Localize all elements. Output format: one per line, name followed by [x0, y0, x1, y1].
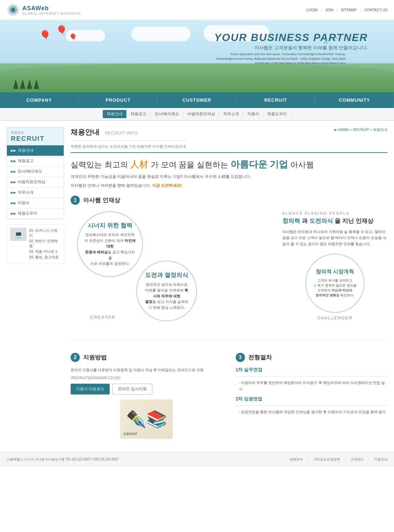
main-nav: COMPANY PRODUCT CUSTOMER RECRUIT COMMUNI… — [0, 92, 394, 108]
header: ASAWeb GLOBAL INTERNET BUSINESS LOGIN | … — [0, 0, 394, 20]
main-content: 채용안내 RECRUIT INFO 무한한 창의력과 넘치는 도전의식을 가진 … — [71, 127, 387, 439]
circle1-title: 시너지 위한 협력 — [88, 222, 132, 229]
page-title: 채용안내 RECRUIT INFO — [71, 127, 186, 137]
join-link[interactable]: JOIN — [325, 8, 333, 12]
career-magazine-image: career ✒️📚 — [120, 399, 173, 439]
arrow-icon: ▶▶ — [11, 149, 16, 152]
arrow-icon: ▶▶ — [11, 212, 16, 215]
contact-link[interactable]: CONTACT US — [364, 8, 388, 12]
nav-customer[interactable]: CUSTOMER — [158, 92, 236, 108]
sidebar-item-apply[interactable]: ▶▶ 지원서 — [7, 198, 64, 208]
footer-link-support[interactable]: 고객센터 — [350, 457, 363, 462]
breadcrumb-area: 채용안내 RECRUIT INFO 무한한 창의력과 넘치는 도전의식을 가진 … — [71, 127, 387, 153]
cloud2 — [131, 27, 190, 41]
nav-recruit[interactable]: RECRUIT — [236, 92, 315, 108]
logo-icon — [7, 3, 20, 16]
sidebar: 채용정보 RECRUIT ▶▶ 채용안내 ▶▶ 채용공고 ▶▶ 인사/복지제도 … — [7, 127, 64, 439]
login-link[interactable]: LOGIN — [306, 8, 317, 12]
sidebar-link-4[interactable]: 04. 홍보, 광고자료 — [29, 254, 60, 260]
sidebar-item-recruit-jobs[interactable]: ▶▶ 채용공고 — [7, 156, 64, 166]
page-title-area: 채용안내 RECRUIT INFO 무한한 창의력과 넘치는 도전의식을 가진 … — [71, 127, 186, 149]
section2-email: (RECRUIT@ASAWEB.CO.KR) — [71, 376, 223, 380]
bottom-sections: 2 지원방법 온라인 지원서를 다운받아 지원항목 및 지원서 작성 후 이메일… — [71, 339, 387, 439]
sidebar-menu: ▶▶ 채용안내 ▶▶ 채용공고 ▶▶ 인사/복지제도 ▶▶ 바람직한인재상 ▶▶… — [7, 145, 64, 219]
balloon2: 🎈 — [56, 25, 67, 36]
section2-image: career ✒️📚 — [71, 399, 223, 439]
arrow-icon: ▶▶ — [11, 201, 16, 205]
sub-nav-tips[interactable]: 채용도우미 — [263, 110, 291, 118]
sub-nav-dept[interactable]: 직무소개 — [219, 110, 243, 118]
hero-desc: home registration and free web space. Fo… — [214, 52, 345, 66]
sidebar-item-welfare[interactable]: ▶▶ 인사/복지제도 — [7, 166, 64, 177]
circles-layout: 시너지 위한 협력 정보화시대의 조직과 개인직무의 전문성이 근본이 되어 타… — [71, 211, 387, 330]
footer-links: 제휴문의 | 개인정보보호정책 | 고객센터 | 이용안내 — [290, 457, 387, 462]
section2-title: 지원방법 — [83, 353, 107, 361]
circle-challenger: 창의적 시장개척 고객의 욕구를 파악하고그 욕구 충족에 필요한 방안을모색하… — [305, 254, 364, 313]
arrow-icon: ▶▶ — [11, 159, 16, 163]
balloon1: 🎈 — [39, 30, 51, 41]
circle2-body: 창의적인 생각과 의욕으로 미래를 열어갈 인재로써 회사와 직무에 대한열정을… — [143, 282, 190, 311]
step1-title: 1차 실무면접 — [236, 367, 388, 373]
circles-right: ALWAYS PLANING PEOPLE 창의력 과 도전의식 을 지닌 인재… — [282, 211, 387, 330]
step2-title: 2차 임원면접 — [236, 396, 388, 402]
cta-link[interactable]: 지금 도전하세요! — [152, 183, 182, 188]
logo-text: ASAWeb GLOBAL INTERNET BUSINESS — [22, 5, 81, 15]
section3-num: 3 — [236, 353, 245, 362]
section3-title: 전형절차 — [248, 353, 272, 361]
section1-header: 1 아사웹 인재상 — [71, 196, 387, 205]
footer-link-guide[interactable]: 이용안내 — [374, 457, 387, 462]
download-button[interactable]: 지원서 다운로드 — [71, 384, 110, 394]
nav-product[interactable]: PRODUCT — [79, 92, 158, 108]
sidebar-item-dept[interactable]: ▶▶ 직무소개 — [7, 187, 64, 198]
circle-passion: 도전과 열정의식 창의적인 생각과 의욕으로 미래를 열어갈 인재로써 회사와 … — [136, 261, 197, 321]
sidebar-link-1[interactable]: 01. 비즈니스 스토리 — [29, 228, 60, 238]
step2-body: - 임원면접을 통한 아사웹에 적당한 인재상을 평가한 후 지원자의 가치관과… — [236, 409, 388, 415]
section2-desc: 온라인 지원서를 다운받아 지원항목 및 지원서 작성 후 이메일또는 온라인으… — [71, 367, 223, 373]
sidebar-header: 채용정보 RECRUIT — [7, 127, 64, 145]
svg-point-2 — [11, 8, 15, 12]
tree2 — [20, 79, 25, 89]
recruit-subtext1: 개개인의 무한한 가능성을 이끌어내어 꿈을 현실로 이루는 기업!! 아사웹에… — [71, 173, 387, 181]
content-wrapper: 채용정보 RECRUIT ▶▶ 채용안내 ▶▶ 채용공고 ▶▶ 인사/복지제도 … — [0, 121, 394, 445]
always-section: ALWAYS PLANING PEOPLE 창의력 과 도전의식 을 지닌 인재… — [282, 211, 387, 320]
trees — [13, 79, 39, 89]
sub-nav-apply[interactable]: 지원서 — [243, 110, 263, 118]
label-challenger: CHALLENGER — [282, 315, 387, 320]
sidebar-link-2[interactable]: 02. 하반기 인재채용 — [29, 238, 60, 249]
circle1-body: 정보화시대의 조직과 개인직무의 전문성이 근본이 되어 타인에 대한존중과 배… — [84, 232, 136, 267]
sidebar-item-tips[interactable]: ▶▶ 채용도우미 — [7, 208, 64, 219]
section1-num: 1 — [71, 196, 80, 205]
logo-name: ASAWeb — [22, 5, 81, 12]
arrow-icon: ▶▶ — [11, 191, 16, 194]
sidebar-label: 인사/복지제도 — [18, 169, 42, 174]
sidebar-label: 채용안내 — [18, 148, 33, 153]
page-subtitle: RECRUIT INFO — [105, 130, 137, 136]
sidebar-link-3[interactable]: 03. 제품 카다로그 — [29, 249, 60, 254]
label-creator: CREATOR — [90, 315, 115, 320]
balloon3: 🎈 — [69, 33, 77, 41]
sub-nav-recruit-jobs[interactable]: 채용공고 — [127, 110, 151, 118]
always-title: 창의력 과 도전의식 을 지닌 인재상 — [282, 217, 387, 225]
btn-group: 지원서 다운로드 온라인 입사지원 — [71, 384, 223, 394]
sitemap-link[interactable]: SITEMAP — [341, 8, 357, 12]
sub-nav-talent[interactable]: 바람직한인재상 — [184, 110, 219, 118]
nav-company[interactable]: COMPANY — [0, 92, 79, 108]
logo-area: ASAWeb GLOBAL INTERNET BUSINESS — [7, 3, 81, 16]
apply-button[interactable]: 온라인 입사지원 — [112, 384, 152, 394]
sub-nav-welfare[interactable]: 인사/복지제도 — [151, 110, 184, 118]
section3-steps: 1차 실무면접 - 지원자의 직무를 판단하여 해당분야의 지식평가 후 해당직… — [236, 367, 388, 415]
header-nav: LOGIN | JOIN | SITEMAP | CONTACT US — [306, 8, 387, 12]
footer-address: 서울특별시 가나구 가나동 아사빌딩 4층 TEL 02.123.4567 / … — [7, 457, 119, 462]
nav-community[interactable]: COMMUNITY — [315, 92, 394, 108]
sidebar-item-recruit-info[interactable]: ▶▶ 채용안내 — [7, 145, 64, 156]
sub-nav-recruit-info[interactable]: 채용안내 — [103, 110, 127, 118]
sidebar-item-talent[interactable]: ▶▶ 바람직한인재상 — [7, 177, 64, 187]
section3-header: 3 전형절차 — [236, 353, 388, 362]
sidebar-label: 지원서 — [18, 200, 30, 206]
footer-link-privacy[interactable]: 개인정보보호정책 — [314, 457, 340, 462]
footer-link-partnership[interactable]: 제휴문의 — [290, 457, 303, 462]
step2-item: - 임원면접을 통한 아사웹에 적당한 인재상을 평가한 후 지원자의 가치관과… — [239, 409, 388, 415]
arrow-icon: ▶▶ — [11, 170, 16, 173]
hero-text: YOUR BUSINESS PARTNER 아사웹은 고객분들의 행복한 미래를… — [214, 32, 368, 66]
sidebar-img: 💻 — [10, 228, 27, 241]
